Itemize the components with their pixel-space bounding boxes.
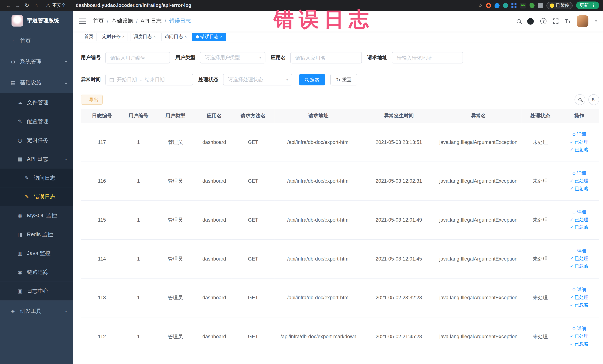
sidebar-item-log-center[interactable]: ▣ 日志中心 — [0, 282, 73, 301]
tab-scheduled-task[interactable]: 定时任务 × — [99, 33, 128, 41]
breadcrumb-item-api-log[interactable]: API 日志 — [141, 18, 162, 24]
logo-image — [12, 15, 23, 26]
detail-link[interactable]: ⊙详细 — [572, 325, 586, 332]
close-icon[interactable]: × — [122, 35, 125, 39]
sidebar-item-api-log[interactable]: ▧ API 日志 ▴ — [0, 150, 73, 169]
close-icon[interactable]: × — [220, 35, 222, 39]
process-status-select[interactable]: 请选择处理状态 ▾ — [223, 74, 292, 85]
sidebar-item-error-log[interactable]: ✎ 错误日志 — [0, 187, 73, 206]
export-icon: ↑ — [85, 97, 87, 102]
mark-ignored-link[interactable]: ✓已忽略 — [570, 146, 588, 153]
extension-icon-7[interactable] — [538, 3, 543, 8]
caret-down-icon[interactable]: ▾ — [595, 19, 597, 23]
mark-processed-link[interactable]: ✓已处理 — [570, 294, 588, 301]
tab-error-log[interactable]: 错误日志 × — [192, 33, 226, 41]
extension-icon-4[interactable] — [511, 3, 516, 8]
reset-button[interactable]: ↻ 重置 — [330, 74, 357, 85]
bookmark-star-icon[interactable]: ☆ — [478, 2, 483, 8]
sidebar-item-access-log[interactable]: ✎ 访问日志 — [0, 169, 73, 188]
export-button[interactable]: ↑ 导出 — [81, 94, 103, 105]
font-size-icon[interactable]: TT — [565, 18, 570, 24]
reload-icon[interactable]: ↻ — [22, 2, 32, 8]
sidebar-item-infra[interactable]: ▤ 基础设施 ▴ — [0, 72, 73, 93]
detail-link[interactable]: ⊙详细 — [572, 131, 586, 138]
gear-icon: ⚙ — [9, 59, 17, 65]
col-actions: 操作 — [559, 109, 599, 123]
sidebar-item-home[interactable]: ⌂ 首页 — [0, 31, 73, 52]
mark-processed-link[interactable]: ✓已处理 — [570, 139, 588, 145]
site-security-chip[interactable]: ⚠ 不安全 — [46, 2, 73, 9]
extension-icon-2[interactable] — [494, 3, 499, 8]
tab-schedule-log[interactable]: 调度日志 × — [130, 33, 159, 41]
breadcrumb-item-infra[interactable]: 基础设施 — [111, 18, 133, 24]
chevron-up-icon: ▴ — [65, 157, 67, 161]
detail-link[interactable]: ⊙详细 — [572, 248, 586, 254]
breadcrumb-item-home[interactable]: 首页 — [93, 18, 104, 24]
app-title: 芋道管理系统 — [27, 17, 59, 24]
mark-ignored-link[interactable]: ✓已忽略 — [570, 263, 588, 270]
date-range-picker[interactable]: 开始日期 - 结束日期 — [105, 74, 193, 85]
tab-home[interactable]: 首页 — [81, 33, 97, 41]
tab-access-log[interactable]: 访问日志 × — [161, 33, 190, 41]
help-icon[interactable]: ? — [541, 18, 547, 24]
detail-link[interactable]: ⊙详细 — [572, 287, 586, 293]
forward-icon[interactable]: → — [13, 2, 23, 8]
mark-processed-link[interactable]: ✓已处理 — [570, 178, 588, 184]
navbar-actions: ? TT ▾ — [517, 15, 597, 27]
sidebar-item-mysql-monitor[interactable]: ▦ MySQL 监控 — [0, 206, 73, 225]
paused-badge[interactable]: 已暂停 — [546, 2, 573, 9]
close-icon[interactable]: × — [185, 35, 187, 39]
mark-processed-link[interactable]: ✓已处理 — [570, 333, 588, 340]
mark-ignored-link[interactable]: ✓已忽略 — [570, 224, 588, 231]
chevron-down-icon: ▾ — [259, 56, 261, 60]
toolbar-right: ↻ — [574, 94, 599, 105]
sidebar-item-file-manage[interactable]: ☁ 文件管理 — [0, 93, 73, 112]
table-row: 115 1 管理员 dashboard GET /api/infra/db-do… — [81, 200, 599, 239]
eye-icon: ⊙ — [572, 171, 576, 176]
detail-link[interactable]: ⊙详细 — [572, 170, 586, 176]
chevron-up-icon: ▴ — [65, 81, 67, 85]
mark-processed-link[interactable]: ✓已处理 — [570, 217, 588, 223]
sidebar-item-trace[interactable]: ◉ 链路追踪 — [0, 263, 73, 282]
mark-ignored-link[interactable]: ✓已忽略 — [570, 341, 588, 347]
close-icon[interactable]: × — [153, 35, 156, 39]
sidebar-toggle-icon[interactable] — [79, 19, 86, 24]
address-url[interactable]: dashboard.yudao.iocoder.cn/infra/log/api… — [76, 3, 474, 8]
sidebar-item-system[interactable]: ⚙ 系统管理 ▾ — [0, 52, 73, 72]
avatar[interactable] — [577, 15, 589, 27]
detail-link[interactable]: ⊙详细 — [572, 209, 586, 215]
extension-icon-6[interactable] — [529, 3, 534, 8]
kebab-menu-icon[interactable]: ⋮ — [591, 3, 596, 8]
mark-ignored-link[interactable]: ✓已忽略 — [570, 186, 588, 192]
sidebar-item-scheduled-task[interactable]: ◷ 定时任务 — [0, 131, 73, 150]
search-icon[interactable] — [517, 19, 521, 23]
mark-ignored-link[interactable]: ✓已忽略 — [570, 302, 588, 309]
app-name-input[interactable] — [290, 52, 362, 63]
col-log-id: 日志编号 — [81, 109, 123, 123]
extension-icon-3[interactable] — [503, 3, 508, 8]
navbar: 首页 / 基础设施 / API 日志 / 错误日志 ? TT ▾ — [73, 11, 603, 32]
search-button[interactable]: 搜索 — [299, 74, 325, 85]
extension-icon-1[interactable] — [486, 3, 491, 8]
eye-icon: ⊙ — [572, 132, 576, 137]
update-button[interactable]: 更新 ⋮ — [576, 1, 599, 9]
clock-icon: ◷ — [16, 137, 24, 143]
back-icon[interactable]: ← — [4, 2, 13, 8]
col-exception-name: 异常名 — [435, 109, 522, 123]
extension-on-badge[interactable]: on — [520, 2, 526, 8]
sidebar-item-config-manage[interactable]: ✎ 配置管理 — [0, 112, 73, 131]
sidebar-item-redis-monitor[interactable]: ◨ Redis 监控 — [0, 225, 73, 244]
user-type-label: 用户类型 — [175, 54, 195, 61]
check-icon: ✓ — [570, 303, 573, 308]
home-icon[interactable]: ⌂ — [32, 2, 41, 8]
github-icon[interactable] — [527, 18, 534, 24]
refresh-button[interactable]: ↻ — [588, 94, 599, 105]
user-id-input[interactable] — [105, 52, 170, 63]
sidebar-item-devtools[interactable]: ◈ 研发工具 ▾ — [0, 300, 73, 321]
request-url-input[interactable] — [392, 52, 463, 63]
sidebar-item-java-monitor[interactable]: ▥ Java 监控 — [0, 244, 73, 263]
toggle-search-button[interactable] — [574, 94, 585, 105]
user-type-select[interactable]: 请选择用户类型 ▾ — [200, 52, 266, 63]
fullscreen-icon[interactable] — [553, 19, 558, 24]
mark-processed-link[interactable]: ✓已处理 — [570, 256, 588, 262]
